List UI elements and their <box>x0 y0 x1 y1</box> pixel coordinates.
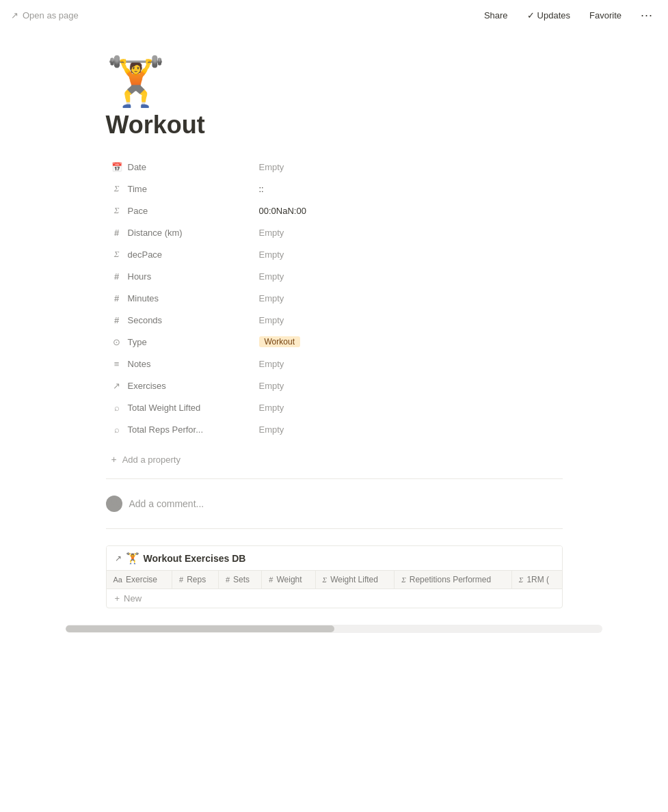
avatar <box>106 496 122 512</box>
property-row-date: 📅 Date Empty <box>106 156 563 178</box>
comment-divider <box>106 478 563 479</box>
property-value-exercises[interactable]: Empty <box>256 379 563 392</box>
search-total-weight-icon: ⌕ <box>111 403 122 413</box>
page-title[interactable]: Workout <box>106 111 563 139</box>
property-row-minutes: # Minutes Empty <box>106 287 563 309</box>
property-value-date[interactable]: Empty <box>256 161 563 174</box>
scrollbar-thumb[interactable] <box>66 625 334 632</box>
comment-input[interactable]: Add a comment... <box>129 498 204 509</box>
hash-distance-icon: # <box>111 228 122 238</box>
hash-sets-col-icon: # <box>226 576 230 584</box>
hash-hours-icon: # <box>111 271 122 282</box>
property-value-type[interactable]: Workout <box>256 335 563 349</box>
property-name-distance: Distance (km) <box>128 228 183 238</box>
property-name-minutes: Minutes <box>128 293 159 303</box>
property-label-type[interactable]: ⊙ Type <box>106 336 256 349</box>
open-as-page-label: Open as page <box>23 10 79 21</box>
col-1rm[interactable]: Σ1RM ( <box>511 571 561 589</box>
property-value-time[interactable]: :: <box>256 182 563 195</box>
property-value-total-weight[interactable]: Empty <box>256 401 563 414</box>
property-name-time: Time <box>128 184 147 194</box>
hash-reps-col-icon: # <box>179 576 183 584</box>
property-value-decpace[interactable]: Empty <box>256 248 563 261</box>
property-label-total-weight[interactable]: ⌕ Total Weight Lifted <box>106 401 256 414</box>
property-row-time: Σ Time :: <box>106 178 563 200</box>
updates-chevron-icon: ✓ <box>527 10 535 21</box>
database-title[interactable]: Workout Exercises DB <box>144 553 246 564</box>
property-name-type: Type <box>128 337 147 347</box>
property-row-distance: # Distance (km) Empty <box>106 221 563 243</box>
topbar-actions: Share ✓ Updates Favorite ··· <box>480 5 657 25</box>
open-page-icon: ↗ <box>11 10 18 21</box>
property-label-minutes[interactable]: # Minutes <box>106 292 256 305</box>
updates-label: Updates <box>537 10 570 21</box>
property-name-seconds: Seconds <box>128 315 163 325</box>
add-property-button[interactable]: + Add a property <box>106 451 186 468</box>
property-label-distance[interactable]: # Distance (km) <box>106 226 256 239</box>
property-row-type: ⊙ Type Workout <box>106 331 563 353</box>
property-label-date[interactable]: 📅 Date <box>106 161 256 174</box>
type-tag[interactable]: Workout <box>259 336 300 347</box>
property-row-notes: ≡ Notes Empty <box>106 353 563 375</box>
page-icon[interactable]: 🏋️ <box>106 57 563 105</box>
property-label-decpace[interactable]: Σ decPace <box>106 247 256 261</box>
property-label-time[interactable]: Σ Time <box>106 182 256 195</box>
calendar-icon: 📅 <box>111 162 122 172</box>
property-label-total-reps[interactable]: ⌕ Total Reps Perfor... <box>106 423 256 436</box>
hash-weight-col-icon: # <box>269 576 273 584</box>
lines-notes-icon: ≡ <box>111 359 122 369</box>
property-row-exercises: ↗ Exercises Empty <box>106 375 563 396</box>
sigma-time-icon: Σ <box>111 183 122 194</box>
property-row-seconds: # Seconds Empty <box>106 309 563 331</box>
properties-section: 📅 Date Empty Σ Time :: Σ Pace 00:0NaN:00… <box>106 156 563 440</box>
property-row-decpace: Σ decPace Empty <box>106 243 563 265</box>
comment-area: Add a comment... <box>106 490 563 517</box>
property-value-notes[interactable]: Empty <box>256 357 563 370</box>
property-name-pace: Pace <box>128 206 148 216</box>
db-arrow-icon[interactable]: ↗ <box>115 554 122 563</box>
sigma-1rm-col-icon: Σ <box>519 576 524 584</box>
property-label-seconds[interactable]: # Seconds <box>106 314 256 327</box>
property-name-notes: Notes <box>128 359 151 369</box>
property-label-hours[interactable]: # Hours <box>106 270 256 283</box>
property-label-notes[interactable]: ≡ Notes <box>106 357 256 370</box>
col-repetitions-performed[interactable]: ΣRepetitions Performed <box>395 571 512 589</box>
property-value-seconds[interactable]: Empty <box>256 314 563 327</box>
property-value-pace[interactable]: 00:0NaN:00 <box>256 204 563 217</box>
property-name-hours: Hours <box>128 271 152 282</box>
col-reps[interactable]: #Reps <box>172 571 219 589</box>
sigma-pace-icon: Σ <box>111 205 122 216</box>
database-section: ↗ 🏋 Workout Exercises DB AaExercise #Rep… <box>106 545 563 608</box>
hash-minutes-icon: # <box>111 293 122 303</box>
property-value-hours[interactable]: Empty <box>256 270 563 283</box>
property-label-pace[interactable]: Σ Pace <box>106 204 256 217</box>
col-sets[interactable]: #Sets <box>218 571 261 589</box>
share-button[interactable]: Share <box>480 8 512 23</box>
search-total-reps-icon: ⌕ <box>111 424 122 435</box>
add-property-label: Add a property <box>122 455 181 465</box>
horizontal-scrollbar[interactable] <box>66 625 602 633</box>
property-value-minutes[interactable]: Empty <box>256 292 563 305</box>
new-row-button[interactable]: + New <box>107 589 562 608</box>
property-name-exercises: Exercises <box>128 381 166 391</box>
property-value-total-reps[interactable]: Empty <box>256 423 563 436</box>
topbar: ↗ Open as page Share ✓ Updates Favorite … <box>0 0 668 30</box>
col-weight-lifted[interactable]: ΣWeight Lifted <box>315 571 395 589</box>
property-row-total-reps: ⌕ Total Reps Perfor... Empty <box>106 418 563 440</box>
property-label-exercises[interactable]: ↗ Exercises <box>106 379 256 392</box>
db-divider <box>106 528 563 529</box>
svg-point-0 <box>111 498 117 504</box>
property-row-pace: Σ Pace 00:0NaN:00 <box>106 200 563 221</box>
new-row-plus-icon: + <box>115 593 120 604</box>
col-exercise[interactable]: AaExercise <box>107 571 172 589</box>
property-name-decpace: decPace <box>128 249 163 260</box>
property-name-total-reps: Total Reps Perfor... <box>128 424 204 435</box>
col-weight[interactable]: #Weight <box>262 571 315 589</box>
property-value-distance[interactable]: Empty <box>256 226 563 239</box>
favorite-button[interactable]: Favorite <box>585 8 626 23</box>
property-name-date: Date <box>128 162 146 172</box>
updates-button[interactable]: ✓ Updates <box>523 8 574 23</box>
more-options-button[interactable]: ··· <box>637 5 657 25</box>
open-as-page-button[interactable]: ↗ Open as page <box>11 10 79 21</box>
property-name-total-weight: Total Weight Lifted <box>128 403 201 413</box>
